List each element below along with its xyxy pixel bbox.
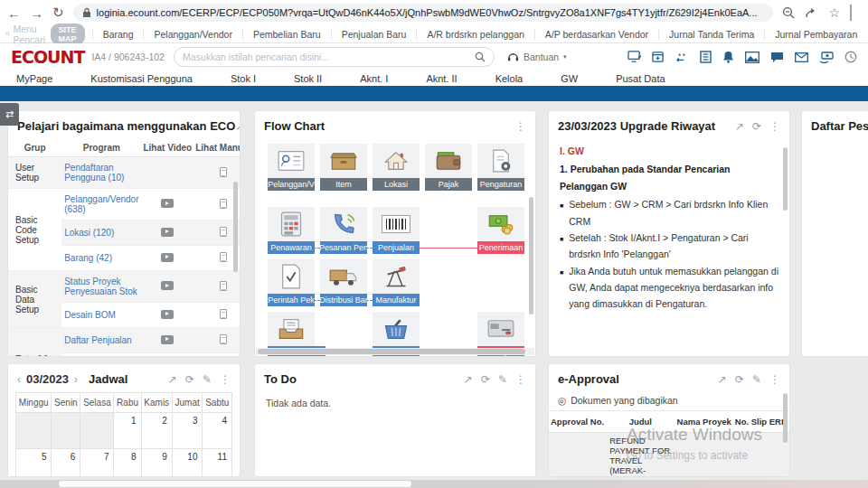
video-icon[interactable] — [161, 228, 174, 237]
calendar-cell[interactable] — [80, 413, 114, 449]
flow-node-pesanan-penjualan[interactable]: Pesanan Pen — [320, 207, 367, 254]
quickmenu-item-ap[interactable]: A/P berdasarkan Vendor — [534, 29, 658, 40]
ecount-logo[interactable]: ECOUNT — [11, 47, 84, 67]
clock-in-out-icon[interactable] — [675, 52, 689, 63]
calendar-cell[interactable] — [16, 413, 52, 449]
global-search-input[interactable] — [183, 52, 469, 62]
program-link[interactable]: Pelanggan/Vendor (638) — [61, 189, 141, 221]
browser-reload-icon[interactable]: ↻ — [52, 5, 64, 21]
menu-search[interactable]: Menu Pencari — [5, 23, 49, 45]
calendar-cell[interactable]: 1 — [114, 413, 141, 449]
flow-node-pelanggan[interactable]: Pelanggan/V — [268, 144, 315, 191]
address-bar[interactable]: loginia.ecount.com/ECERP/ECP/ECP050M?vrq… — [73, 4, 774, 22]
browser-back-icon[interactable]: ← — [7, 5, 21, 21]
quickmenu-item-jurnal-tanda-terima[interactable]: Jurnal Tanda Terima — [658, 29, 764, 40]
calendar-cell[interactable]: 5 — [16, 449, 52, 478]
approval-judul[interactable]: REFUND PAYMENT FOR TRAVEL (MERAK- PANDEG… — [606, 433, 675, 478]
calendar-cell[interactable]: 9 — [141, 449, 172, 478]
edit-icon[interactable]: ✎ — [752, 374, 761, 385]
bell-icon[interactable] — [722, 51, 734, 63]
edit-icon[interactable]: ✎ — [203, 374, 212, 385]
flow-node-pajak[interactable]: Pajak — [425, 144, 472, 191]
video-icon[interactable] — [161, 199, 174, 208]
refresh-icon[interactable]: ⟳ — [185, 374, 194, 385]
manual-icon[interactable] — [220, 167, 227, 177]
video-icon[interactable] — [161, 281, 174, 290]
nav-kelola[interactable]: Kelola — [495, 73, 524, 84]
quickmenu-item-pembelian-baru[interactable]: Pembelian Baru — [242, 29, 331, 40]
browser-forward-icon[interactable]: → — [30, 5, 43, 21]
bookmark-star-icon[interactable]: ☆ — [828, 5, 840, 20]
page-hscrollbar[interactable] — [0, 480, 868, 488]
calendar-cell[interactable]: 6 — [52, 449, 80, 478]
chat-icon[interactable] — [770, 52, 784, 63]
manual-icon[interactable] — [220, 252, 227, 262]
program-link[interactable]: Pendaftaran Pengguna (10) — [61, 157, 141, 189]
flow-node-pengaturan[interactable]: Pengaturan — [477, 144, 524, 191]
scrollbar-thumb[interactable] — [529, 197, 533, 314]
table-row[interactable]: 2023/03/24- REFUND PAYMENT FOR TRAVEL (M… — [549, 433, 790, 478]
refresh-icon[interactable]: ⟳ — [752, 121, 761, 132]
nav-pusat-data[interactable]: Pusat Data — [616, 73, 665, 84]
calendar-cell[interactable] — [52, 413, 80, 449]
sitemap-badge[interactable]: SITE MAP — [51, 23, 85, 45]
program-link[interactable]: Status Proyek Penyesuaian Stok — [61, 271, 141, 303]
video-icon[interactable] — [161, 253, 174, 262]
flow-node-penawaran[interactable]: Penawaran — [268, 207, 315, 254]
video-icon[interactable] — [161, 335, 174, 344]
next-month-icon[interactable]: › — [74, 373, 78, 386]
open-external-icon[interactable]: ↗ — [464, 374, 473, 385]
manual-icon[interactable] — [220, 281, 227, 291]
video-icon[interactable] — [161, 310, 174, 319]
open-external-icon[interactable]: ↗ — [735, 121, 744, 132]
manual-icon[interactable] — [220, 334, 227, 344]
photo-icon[interactable] — [745, 52, 760, 63]
program-link[interactable]: Daftar Pembelian — [61, 353, 141, 358]
monitor-edit-icon[interactable] — [627, 51, 641, 63]
browser-profile-icon[interactable] — [850, 5, 861, 21]
widget-reorder-tab[interactable]: ⇄ — [0, 103, 19, 126]
page-hscrollbar-thumb[interactable] — [59, 481, 411, 487]
calendar-add-icon[interactable] — [652, 51, 665, 63]
quickmenu-item-pelanggan-vendor[interactable]: Pelanggan/Vendor — [143, 29, 241, 40]
shared-doc-label[interactable]: Dokumen yang dibagikan — [571, 395, 678, 406]
quickmenu-item-jurnal-pembayaran[interactable]: Jurnal Pembayaran — [764, 29, 867, 40]
flow-node-distribusi[interactable]: Distribusi Bar — [320, 259, 367, 306]
program-link[interactable]: Barang (42) — [61, 246, 141, 271]
quickmenu-item-barang[interactable]: Barang — [92, 29, 144, 40]
calendar-cell[interactable]: 2 — [141, 413, 172, 449]
open-external-icon[interactable]: ↗ — [718, 374, 727, 385]
search-icon[interactable] — [475, 52, 486, 62]
program-link[interactable]: Desain BOM — [61, 303, 141, 328]
scrollbar-thumb[interactable] — [783, 147, 788, 211]
refresh-icon[interactable]: ⟳ — [481, 374, 490, 385]
flow-node-penjualan[interactable]: Penjualan — [373, 207, 420, 254]
manual-icon[interactable] — [220, 227, 227, 237]
nav-aknt-2[interactable]: Aknt. II — [426, 73, 457, 84]
program-link[interactable]: Daftar Penjualan — [61, 328, 141, 353]
calendar-cell[interactable]: 10 — [172, 449, 203, 478]
calendar-cell[interactable]: 3 — [172, 413, 203, 449]
flow-node-lokasi[interactable]: Lokasi — [373, 144, 420, 191]
help-menu[interactable]: Bantuan ▾ — [507, 52, 567, 63]
flow-node-manufaktur[interactable]: Manufaktur — [373, 259, 420, 306]
prev-month-icon[interactable]: ‹ — [17, 373, 21, 386]
program-link[interactable]: Lokasi (120) — [61, 221, 141, 246]
share-icon[interactable] — [805, 6, 818, 19]
refresh-icon[interactable]: ⟳ — [735, 374, 744, 385]
nav-gw[interactable]: GW — [561, 73, 578, 84]
board-list-icon[interactable] — [700, 51, 712, 63]
quickmenu-item-ar[interactable]: A/R brdsrkn pelanggan — [416, 29, 533, 40]
edit-icon[interactable]: ✎ — [498, 374, 507, 385]
calendar-cell[interactable]: 11 — [203, 449, 232, 478]
mail-icon[interactable] — [795, 52, 808, 62]
nav-stok-1[interactable]: Stok I — [231, 73, 256, 84]
scrollbar-thumb[interactable] — [783, 393, 788, 443]
nav-kustomisasi-pengguna[interactable]: Kustomisasi Pengguna — [90, 73, 193, 84]
nav-stok-2[interactable]: Stok II — [294, 73, 322, 84]
open-external-icon[interactable]: ↗ — [168, 374, 177, 385]
flow-node-item[interactable]: Item — [320, 144, 367, 191]
calendar-cell[interactable]: 4 — [203, 413, 232, 449]
quickmenu-item-penjualan-baru[interactable]: Penjualan Baru — [331, 29, 417, 40]
global-search[interactable] — [174, 47, 495, 67]
